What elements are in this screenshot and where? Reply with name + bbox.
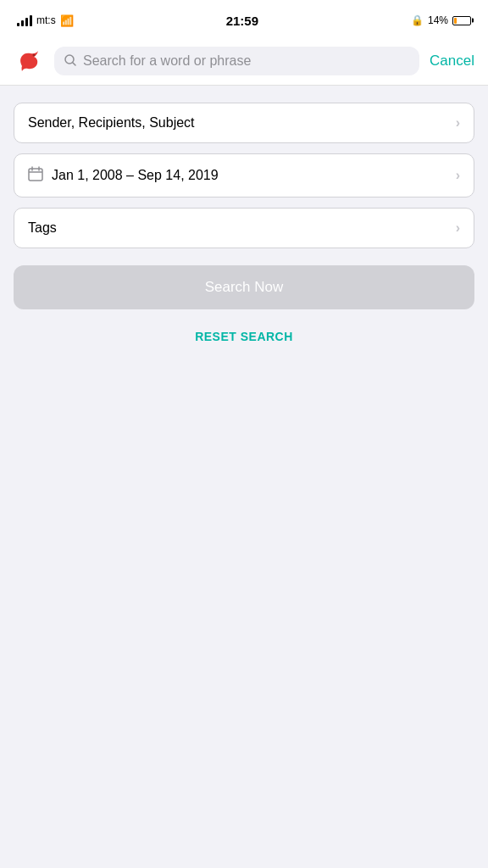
search-bar[interactable]: Search for a word or phrase: [54, 47, 419, 75]
search-now-button[interactable]: Search Now: [14, 265, 474, 309]
calendar-icon: [28, 166, 43, 185]
battery-icon: [452, 16, 471, 25]
svg-line-2: [73, 63, 75, 65]
date-filter-label: Jan 1, 2008 – Sep 14, 2019: [52, 168, 456, 183]
search-icon: [64, 54, 76, 69]
app-logo: [14, 46, 44, 76]
signal-bar-2: [21, 20, 24, 26]
search-placeholder: Search for a word or phrase: [83, 53, 409, 69]
date-chevron-icon: ›: [456, 168, 460, 183]
signal-bar-3: [25, 18, 28, 26]
recipients-filter-row[interactable]: Sender, Recipients, Subject ›: [14, 103, 474, 143]
main-content: Sender, Recipients, Subject › Jan 1, 200…: [0, 86, 488, 367]
status-time: 21:59: [226, 14, 258, 28]
date-filter-row[interactable]: Jan 1, 2008 – Sep 14, 2019 ›: [14, 153, 474, 198]
svg-point-0: [33, 54, 36, 57]
header: Search for a word or phrase Cancel: [0, 37, 488, 86]
recipients-filter-label: Sender, Recipients, Subject: [28, 115, 456, 131]
signal-bar-1: [17, 23, 19, 26]
battery-percent: 14%: [428, 14, 448, 26]
lock-icon: 🔒: [411, 14, 424, 26]
status-left: mt:s 📶: [17, 14, 74, 27]
recipients-chevron-icon: ›: [456, 115, 460, 131]
tags-chevron-icon: ›: [456, 220, 460, 236]
signal-bar-4: [30, 15, 32, 26]
wifi-icon: 📶: [60, 14, 74, 27]
logo-bird-icon: [15, 47, 42, 75]
reset-search-button[interactable]: RESET SEARCH: [14, 323, 474, 350]
signal-bars: [17, 14, 32, 26]
carrier-label: mt:s: [36, 14, 56, 26]
status-bar: mt:s 📶 21:59 🔒 14%: [0, 0, 488, 37]
cancel-button[interactable]: Cancel: [430, 49, 474, 73]
tags-filter-label: Tags: [28, 220, 456, 236]
tags-filter-row[interactable]: Tags ›: [14, 208, 474, 248]
battery-fill: [454, 18, 457, 24]
status-right: 🔒 14%: [411, 14, 471, 26]
svg-rect-3: [29, 169, 42, 181]
